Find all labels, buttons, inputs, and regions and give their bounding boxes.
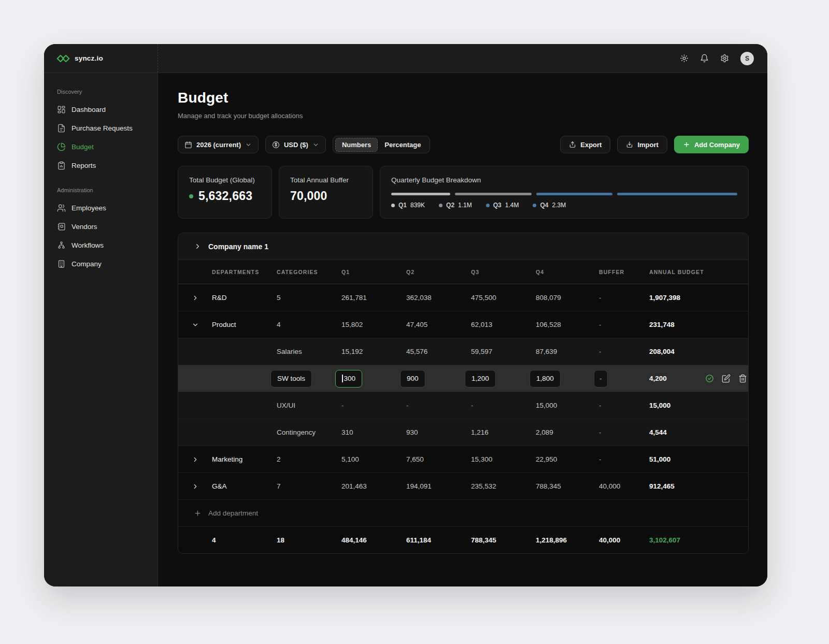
currency-select[interactable]: USD ($) xyxy=(265,136,326,153)
chevron-down-icon xyxy=(245,141,252,148)
category-name: UX/UI xyxy=(277,402,341,409)
total-budget-card: Total Budget (Global) 5,632,663 xyxy=(178,166,272,219)
edit-pencil-icon[interactable] xyxy=(722,374,731,383)
category-name: Salaries xyxy=(277,348,341,355)
total-budget-value: 5,632,663 xyxy=(198,189,252,203)
sidebar-item-company[interactable]: Company xyxy=(57,254,158,273)
totals-buffer: 40,000 xyxy=(599,536,649,544)
sidebar-item-budget[interactable]: Budget xyxy=(57,137,158,156)
file-icon xyxy=(57,124,66,133)
confirm-check-icon[interactable] xyxy=(705,374,714,383)
budget-table: Company name 1 DEPARTMENTS CATEGORIES Q1… xyxy=(178,233,749,554)
q1-bar xyxy=(391,193,450,195)
category-name-input[interactable]: SW tools xyxy=(270,370,312,388)
brand-logo-icon xyxy=(56,54,70,63)
workflow-icon xyxy=(57,241,66,250)
pie-chart-icon xyxy=(57,142,66,151)
chevron-down-icon[interactable] xyxy=(178,321,212,328)
q4-bar xyxy=(617,193,737,195)
theme-toggle-icon[interactable] xyxy=(680,54,689,63)
import-label: Import xyxy=(637,141,658,149)
import-button[interactable]: Import xyxy=(617,136,667,153)
sidebar-item-label: Purchase Requests xyxy=(72,124,133,132)
sidebar-item-purchase-requests[interactable]: Purchase Requests xyxy=(57,119,158,137)
table-row: Contingency 310 930 1,216 2,089 - 4,544 xyxy=(178,419,748,446)
totals-q4: 1,218,896 xyxy=(536,536,599,544)
company-header-row: Company name 1 xyxy=(178,233,748,260)
annual-buffer-card: Total Annual Buffer 70,000 xyxy=(279,166,373,219)
people-icon xyxy=(57,204,66,212)
sidebar-item-label: Vendors xyxy=(72,223,97,231)
totals-annual: 3,102,607 xyxy=(649,536,705,544)
col-buffer: BUFFER xyxy=(599,269,649,275)
legend-item-q1: Q1839K xyxy=(391,202,425,209)
category-name: Contingency xyxy=(277,428,341,436)
export-button[interactable]: Export xyxy=(560,136,610,153)
q3-bar xyxy=(536,193,612,195)
q3-input[interactable]: 1,200 xyxy=(465,370,496,388)
totals-q1: 484,146 xyxy=(341,536,406,544)
settings-gear-icon[interactable] xyxy=(720,54,729,63)
quarterly-title: Quarterly Budget Breakdown xyxy=(391,176,737,184)
add-department-button[interactable]: Add department xyxy=(178,499,748,526)
page-subtitle: Manage and track your budget allocations xyxy=(178,112,749,120)
text-cursor xyxy=(342,375,343,382)
toggle-numbers[interactable]: Numbers xyxy=(335,138,378,152)
toggle-percentage[interactable]: Percentage xyxy=(378,138,427,152)
import-icon xyxy=(626,141,633,148)
sidebar: Discovery Dashboard Purchase Requests xyxy=(44,73,158,586)
year-select[interactable]: 2026 (current) xyxy=(178,136,259,153)
q1-input[interactable]: 300 xyxy=(335,370,362,388)
plus-icon xyxy=(194,509,202,517)
controls-actions: Export Import Add Company xyxy=(560,136,749,153)
table-row: Salaries 15,192 45,576 59,597 87,639 - 2… xyxy=(178,338,748,365)
topbar-actions: S xyxy=(680,44,767,73)
brand: syncz.io xyxy=(44,44,158,73)
department-name: R&D xyxy=(212,294,277,302)
notifications-bell-icon[interactable] xyxy=(700,54,709,63)
department-name: Marketing xyxy=(212,455,277,463)
legend-item-q4: Q42.3M xyxy=(533,202,566,209)
col-departments: DEPARTMENTS xyxy=(212,269,277,275)
q1-dot xyxy=(391,204,395,207)
table-row: Marketing 2 5,100 7,650 15,300 22,950 - … xyxy=(178,446,748,473)
table-row-editing: SW tools 300 900 1,200 1,800 - 4,200 xyxy=(178,365,748,392)
sidebar-section-discovery: Discovery xyxy=(57,89,158,95)
q2-dot xyxy=(439,204,442,207)
q4-input[interactable]: 1,800 xyxy=(530,370,561,388)
col-q4: Q4 xyxy=(536,269,599,275)
department-name: G&A xyxy=(212,482,277,490)
q2-input[interactable]: 900 xyxy=(400,370,425,388)
q4-dot xyxy=(533,204,536,207)
building-icon xyxy=(57,260,66,268)
controls-row: 2026 (current) USD ($) Numbers Percentag… xyxy=(178,136,749,153)
sidebar-item-dashboard[interactable]: Dashboard xyxy=(57,100,158,119)
col-q2: Q2 xyxy=(406,269,471,275)
chevron-right-icon[interactable] xyxy=(194,242,206,250)
row-actions xyxy=(705,374,749,383)
year-select-value: 2026 (current) xyxy=(196,141,241,149)
sidebar-item-vendors[interactable]: Vendors xyxy=(57,217,158,236)
table-row: Product 4 15,802 47,405 62,013 106,528 -… xyxy=(178,311,748,338)
total-budget-label: Total Budget (Global) xyxy=(189,176,261,184)
add-company-button[interactable]: Add Company xyxy=(674,136,749,153)
currency-select-value: USD ($) xyxy=(284,141,308,149)
trash-icon[interactable] xyxy=(738,374,747,383)
main-content: Budget Manage and track your budget allo… xyxy=(158,73,767,586)
sidebar-item-workflows[interactable]: Workflows xyxy=(57,236,158,254)
col-q1: Q1 xyxy=(341,269,406,275)
sidebar-item-label: Dashboard xyxy=(72,106,106,113)
chevron-right-icon[interactable] xyxy=(178,456,212,463)
table-row: R&D 5 261,781 362,038 475,500 808,079 - … xyxy=(178,284,748,311)
totals-departments: 4 xyxy=(212,536,277,544)
sidebar-item-reports[interactable]: Reports xyxy=(57,156,158,175)
chevron-right-icon[interactable] xyxy=(178,294,212,302)
page-title: Budget xyxy=(178,90,749,106)
user-avatar[interactable]: S xyxy=(740,52,754,65)
chevron-right-icon[interactable] xyxy=(178,483,212,490)
buffer-input[interactable]: - xyxy=(594,370,608,388)
sidebar-item-label: Employees xyxy=(72,204,106,212)
export-icon xyxy=(569,141,576,148)
sidebar-item-employees[interactable]: Employees xyxy=(57,198,158,217)
annual-buffer-value: 70,000 xyxy=(290,189,327,203)
